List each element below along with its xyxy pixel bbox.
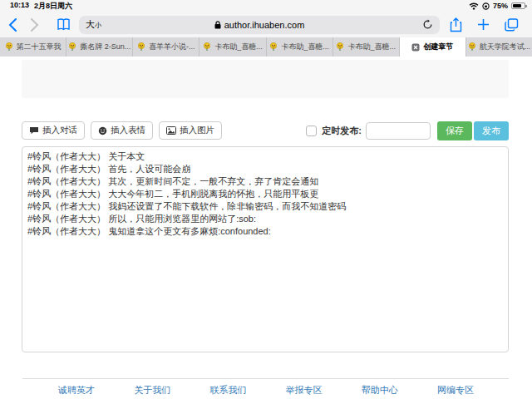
tls-lock-icon <box>214 21 221 29</box>
editor-line: #铃风（作者大大） 所以，只能用浏览器里的网站了:sob: <box>27 213 503 225</box>
footer-link-editors[interactable]: 网编专区 <box>437 384 474 397</box>
site-favicon <box>468 42 476 52</box>
speech-bubble-icon <box>29 126 39 135</box>
site-favicon <box>336 42 344 52</box>
site-favicon <box>5 42 13 52</box>
tab-kabu-3[interactable]: 卡布助_喜糖... <box>333 37 400 57</box>
reload-button[interactable] <box>422 19 433 30</box>
tab-kabu-1[interactable]: 卡布助_喜糖... <box>200 37 266 57</box>
back-button[interactable] <box>8 18 30 32</box>
date: 2月8日周六 <box>34 1 72 12</box>
browser-toolbar: 大小 author.ihuaben.com <box>0 12 532 37</box>
editor-line: #铃风（作者大大） 我妈还设置了不能下载软件，除非输密码，而我不知道密码 <box>27 200 503 213</box>
editor-line: #铃风（作者大大） 首先，人设可能会崩 <box>27 163 503 175</box>
site-favicon <box>68 42 76 52</box>
chapter-content-textarea[interactable]: #铃风（作者大大） 关于本文 #铃风（作者大大） 首先，人设可能会崩 #铃风（作… <box>22 146 509 352</box>
address-bar[interactable]: 大小 author.ihuaben.com <box>79 16 440 34</box>
tab-create-chapter[interactable]: 创建章节 <box>400 37 466 57</box>
editor-line: #铃风（作者大大） 鬼知道拿这个更文有多麻烦:confounded: <box>27 225 503 238</box>
footer-divider <box>22 378 509 379</box>
footer-link-careers[interactable]: 诚聘英才 <box>58 384 95 397</box>
insert-emoji-button[interactable]: 插入表情 <box>91 121 153 140</box>
text-size-button[interactable]: 大小 <box>86 18 101 31</box>
tab-bar: 第二十五章我 撕名牌 2-Sun... 喜羊羊小说-... 卡布助_喜糖... … <box>0 37 532 57</box>
footer-link-contact[interactable]: 联系我们 <box>209 384 246 397</box>
scrolled-panel <box>22 60 509 98</box>
tab-chapter25[interactable]: 第二十五章我 <box>0 37 66 57</box>
publish-button[interactable]: 发布 <box>474 121 509 140</box>
scheduled-publish-label: 定时发布: <box>322 125 362 137</box>
site-favicon <box>269 42 278 52</box>
scheduled-publish-checkbox[interactable] <box>306 126 317 136</box>
tab-overview-icon[interactable] <box>505 18 519 32</box>
tab-nametag[interactable]: 撕名牌 2-Sun... <box>66 37 133 57</box>
editor-line: #铃风（作者大大） 大大今年初二，手机刚脱离我的怀抱，只能用平板更 <box>27 188 503 200</box>
publish-controls: 定时发布: 保存 发布 <box>306 121 509 140</box>
bookmarks-icon[interactable] <box>57 18 71 31</box>
editor-line: #铃风（作者大大） 关于本文 <box>27 150 503 163</box>
share-icon[interactable] <box>450 17 462 32</box>
picture-icon <box>166 126 176 135</box>
create-chapter-favicon <box>411 43 420 52</box>
smiley-icon <box>98 126 107 135</box>
footer-link-help[interactable]: 帮助中心 <box>362 384 398 397</box>
url-text: author.ihuaben.com <box>224 20 305 30</box>
footer-link-about[interactable]: 关于我们 <box>134 384 170 397</box>
scheduled-time-input[interactable] <box>366 122 431 140</box>
footer-link-report[interactable]: 举报专区 <box>286 384 323 397</box>
rotation-lock-icon <box>482 2 490 10</box>
editor-line: #铃风（作者大大） 其次，更新时间不定，一般不弃文，弃了肯定会通知 <box>27 175 503 188</box>
battery-icon <box>511 2 525 9</box>
battery-percent: 75% <box>493 2 508 10</box>
ipad-screen: 10:13 2月8日周六 75% 大小 <box>0 0 532 399</box>
page-content: 插入对话 插入表情 插入图片 定时发布: 保存 发布 #铃风（作者大大） 关于本… <box>0 57 532 399</box>
tab-aerospace-exam[interactable]: 航天学院考试... <box>466 37 532 57</box>
forward-button[interactable] <box>30 18 52 32</box>
save-button[interactable]: 保存 <box>437 121 472 140</box>
tab-kabu-2[interactable]: 卡布助_喜糖... <box>267 37 333 57</box>
wifi-icon <box>469 2 479 10</box>
status-bar: 10:13 2月8日周六 75% <box>0 0 532 12</box>
insert-dialogue-button[interactable]: 插入对话 <box>22 121 85 140</box>
editor-toolbar: 插入对话 插入表情 插入图片 定时发布: 保存 发布 <box>22 121 509 140</box>
site-favicon <box>203 42 211 52</box>
clock: 10:13 <box>10 1 29 12</box>
tab-goat-novel[interactable]: 喜羊羊小说-... <box>133 37 200 57</box>
new-tab-icon[interactable] <box>477 18 490 31</box>
insert-image-button[interactable]: 插入图片 <box>159 121 222 140</box>
footer-links: 诚聘英才 关于我们 联系我们 举报专区 帮助中心 网编专区 <box>58 384 474 397</box>
site-favicon <box>137 42 145 52</box>
